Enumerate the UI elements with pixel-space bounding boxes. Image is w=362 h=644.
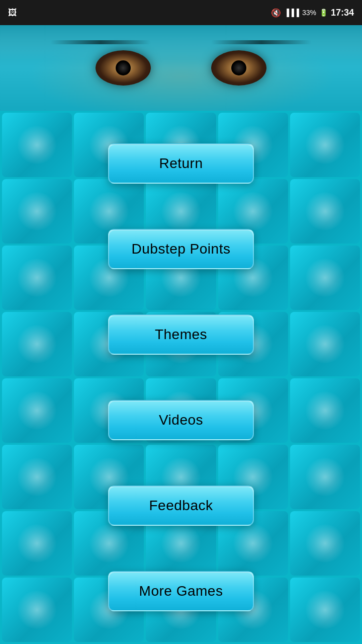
videos-button[interactable]: Videos xyxy=(108,400,254,440)
battery-icon: 🔋 xyxy=(319,9,328,17)
battery-percent: 33% xyxy=(302,9,316,17)
grid-cell xyxy=(290,179,360,244)
signal-icon: ▐▐▐ xyxy=(284,9,299,17)
image-icon: 🖼 xyxy=(8,8,17,18)
grid-cell xyxy=(2,113,72,177)
eyes-image xyxy=(96,50,266,86)
grid-cell xyxy=(290,378,360,443)
grid-cell xyxy=(290,511,360,576)
return-button[interactable]: Return xyxy=(108,143,254,184)
grid-cell xyxy=(290,312,360,376)
grid-cell xyxy=(2,246,72,310)
feedback-button[interactable]: Feedback xyxy=(108,486,254,526)
status-bar: 🖼 🔇 ▐▐▐ 33% 🔋 17:34 xyxy=(0,0,362,25)
grid-cell xyxy=(290,113,360,177)
left-eye xyxy=(96,50,151,86)
grid-cell xyxy=(2,511,72,576)
themes-button[interactable]: Themes xyxy=(108,314,254,355)
grid-cell xyxy=(2,378,72,443)
grid-cell xyxy=(2,312,72,376)
grid-cell xyxy=(2,578,72,642)
grid-cell xyxy=(290,445,360,509)
clock: 17:34 xyxy=(331,8,354,18)
mute-icon: 🔇 xyxy=(271,8,281,18)
grid-cell xyxy=(290,246,360,310)
dubstep-points-button[interactable]: Dubstep Points xyxy=(108,229,254,269)
right-eye xyxy=(211,50,266,86)
header-image xyxy=(0,25,362,111)
main-grid: Return Dubstep Points Themes Videos Feed… xyxy=(0,111,362,644)
grid-cell xyxy=(2,445,72,509)
grid-cell xyxy=(2,179,72,244)
more-games-button[interactable]: More Games xyxy=(108,571,254,611)
grid-cell xyxy=(290,578,360,642)
